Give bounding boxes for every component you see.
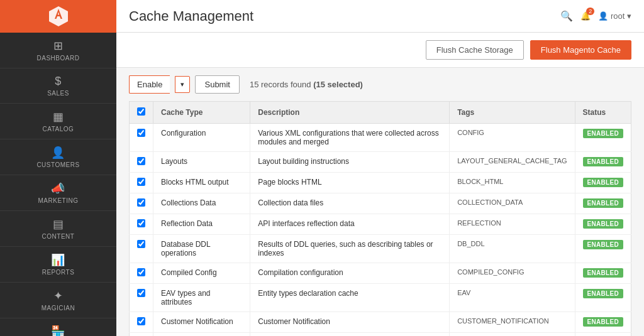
row-checkbox-cell[interactable]	[130, 193, 153, 214]
description-cell: API interfaces reflection data	[250, 214, 450, 235]
description-cell: Various XML configurations that were col…	[250, 124, 450, 152]
status-cell: ENABLED	[575, 214, 631, 235]
row-checkbox[interactable]	[137, 129, 145, 137]
row-checkbox-cell[interactable]	[130, 173, 153, 193]
sidebar-item-content[interactable]: ▤Content	[0, 211, 116, 247]
tags-cell: COLLECTION_DATA	[450, 193, 575, 214]
reports-icon: 📊	[51, 253, 65, 267]
stores-icon: 🏪	[51, 325, 65, 336]
sidebar-item-stores[interactable]: 🏪Stores	[0, 318, 116, 336]
row-checkbox-cell[interactable]	[130, 214, 153, 235]
row-checkbox[interactable]	[137, 178, 145, 186]
table-toolbar: Enable ▾ Submit 15 records found (15 sel…	[116, 68, 644, 101]
description-cell: Entity types declaration cache	[250, 284, 450, 312]
sidebar: ⊞Dashboard$Sales▦Catalog👤Customers📣Marke…	[0, 0, 116, 336]
row-checkbox[interactable]	[137, 317, 145, 325]
status-badge: ENABLED	[583, 219, 623, 229]
tags-cell: BLOCK_HTML	[450, 173, 575, 193]
status-badge: ENABLED	[583, 317, 623, 327]
magician-icon: ✦	[53, 289, 64, 303]
cache-type-cell: Integrations Configuration	[153, 333, 250, 337]
cache-type-cell: Collections Data	[153, 193, 250, 214]
status-badge: ENABLED	[583, 198, 623, 208]
row-checkbox-cell[interactable]	[130, 124, 153, 152]
sidebar-item-catalog[interactable]: ▦Catalog	[0, 104, 116, 139]
row-checkbox-cell[interactable]	[130, 333, 153, 337]
sidebar-item-magician[interactable]: ✦Magician	[0, 283, 116, 318]
flush-magento-cache-button[interactable]: Flush Magento Cache	[530, 40, 631, 60]
tags-cell: CONFIG	[450, 124, 575, 152]
tags-cell: COMPILED_CONFIG	[450, 263, 575, 284]
table-row: Customer Notification Customer Notificat…	[130, 312, 631, 333]
table-row: Reflection Data API interfaces reflectio…	[130, 214, 631, 235]
status-badge: ENABLED	[583, 129, 623, 138]
sidebar-item-reports[interactable]: 📊Reports	[0, 247, 116, 283]
row-checkbox-cell[interactable]	[130, 284, 153, 312]
table-row: Integrations Configuration Integration c…	[130, 333, 631, 337]
flush-cache-storage-button[interactable]: Flush Cache Storage	[426, 40, 524, 60]
user-menu[interactable]: 👤 root ▾	[598, 11, 631, 21]
row-checkbox-cell[interactable]	[130, 263, 153, 284]
col-description: Description	[250, 102, 450, 124]
cache-type-cell: Compiled Config	[153, 263, 250, 284]
cache-type-cell: Configuration	[153, 124, 250, 152]
submit-button[interactable]: Submit	[195, 75, 239, 94]
description-cell: Integration configuration file	[250, 333, 450, 337]
notification-count: 2	[586, 8, 594, 15]
tags-cell: DB_DDL	[450, 235, 575, 263]
sidebar-item-label: Sales	[47, 90, 69, 97]
row-checkbox[interactable]	[137, 289, 145, 297]
col-cache-type: Cache Type	[153, 102, 250, 124]
col-tags: Tags	[450, 102, 575, 124]
table-row: EAV types and attributes Entity types de…	[130, 284, 631, 312]
catalog-icon: ▦	[53, 110, 64, 124]
cache-table-wrapper: Cache Type Description Tags Status Confi…	[116, 101, 644, 336]
row-checkbox[interactable]	[137, 219, 145, 227]
sidebar-item-sales[interactable]: $Sales	[0, 68, 116, 104]
select-all-checkbox[interactable]	[137, 107, 145, 116]
row-checkbox[interactable]	[137, 157, 145, 165]
description-cell: Layout building instructions	[250, 152, 450, 173]
page-actions-bar: Flush Cache Storage Flush Magento Cache	[116, 33, 644, 68]
page-title: Cache Management	[129, 8, 253, 24]
logo[interactable]	[0, 0, 116, 33]
cache-type-cell: EAV types and attributes	[153, 284, 250, 312]
cache-type-cell: Reflection Data	[153, 214, 250, 235]
status-cell: ENABLED	[575, 152, 631, 173]
enable-dropdown-button[interactable]: ▾	[175, 76, 190, 93]
notification-bell[interactable]: 🔔2	[580, 11, 591, 21]
table-row: Collections Data Collection data files C…	[130, 193, 631, 214]
row-checkbox-cell[interactable]	[130, 312, 153, 333]
sidebar-item-label: Dashboard	[37, 55, 80, 62]
status-cell: ENABLED	[575, 173, 631, 193]
tags-cell: LAYOUT_GENERAL_CACHE_TAG	[450, 152, 575, 173]
table-row: Blocks HTML output Page blocks HTML BLOC…	[130, 173, 631, 193]
sidebar-item-label: Content	[42, 233, 75, 240]
table-row: Database DDL operations Results of DDL q…	[130, 235, 631, 263]
sidebar-item-customers[interactable]: 👤Customers	[0, 139, 116, 175]
status-badge: ENABLED	[583, 289, 623, 298]
status-badge: ENABLED	[583, 178, 623, 187]
row-checkbox[interactable]	[137, 268, 145, 276]
status-badge: ENABLED	[583, 240, 623, 249]
status-badge: ENABLED	[583, 268, 623, 278]
sidebar-item-label: Catalog	[43, 126, 74, 133]
row-checkbox[interactable]	[137, 240, 145, 248]
search-icon[interactable]: 🔍	[560, 10, 573, 22]
sales-icon: $	[55, 75, 62, 88]
page-header: Cache Management 🔍 🔔2 👤 root ▾	[116, 0, 644, 33]
content-icon: ▤	[53, 217, 64, 231]
sidebar-item-dashboard[interactable]: ⊞Dashboard	[0, 33, 116, 68]
select-all-header[interactable]	[130, 102, 153, 124]
sidebar-item-label: Marketing	[38, 197, 79, 204]
sidebar-item-marketing[interactable]: 📣Marketing	[0, 175, 116, 211]
row-checkbox[interactable]	[137, 198, 145, 207]
cache-type-cell: Database DDL operations	[153, 235, 250, 263]
main-content: Cache Management 🔍 🔔2 👤 root ▾ Flush Cac…	[116, 0, 644, 336]
row-checkbox-cell[interactable]	[130, 235, 153, 263]
row-checkbox-cell[interactable]	[130, 152, 153, 173]
description-cell: Customer Notification	[250, 312, 450, 333]
enable-button[interactable]: Enable	[129, 75, 170, 94]
sidebar-item-label: Reports	[42, 269, 75, 276]
dashboard-icon: ⊞	[53, 39, 64, 53]
